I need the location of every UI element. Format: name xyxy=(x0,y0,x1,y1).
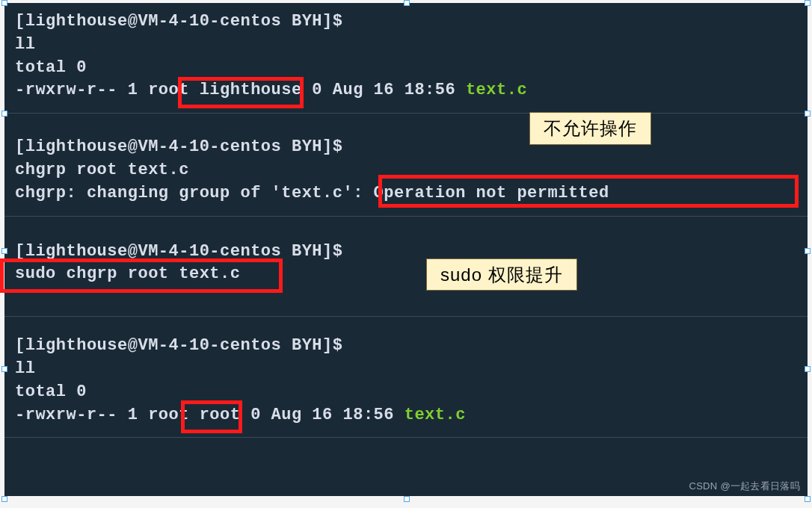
resize-handle[interactable] xyxy=(805,496,811,502)
resize-handle[interactable] xyxy=(805,0,811,6)
ls-filename: text.c xyxy=(405,406,466,424)
ls-mid: 0 Aug 16 18:56 xyxy=(240,406,404,424)
command-line: ll xyxy=(15,358,797,381)
ls-prefix: -rwxrw-r-- 1 root xyxy=(15,81,200,99)
output-total: total 0 xyxy=(15,381,797,404)
resize-handle[interactable] xyxy=(404,496,410,502)
terminal-panel-1: [lighthouse@VM-4-10-centos BYH]$ ll tota… xyxy=(4,3,808,114)
output-total: total 0 xyxy=(15,57,797,80)
command-line: ll xyxy=(15,34,797,57)
ls-group: root xyxy=(200,406,241,424)
resize-handle[interactable] xyxy=(1,111,7,117)
ls-group: lighthouse xyxy=(200,81,302,99)
command-line: sudo chgrp root text.c xyxy=(15,263,797,286)
resize-handle[interactable] xyxy=(1,496,7,502)
terminal-panel-3: [lighthouse@VM-4-10-centos BYH]$ sudo ch… xyxy=(4,217,808,318)
terminal-window: [lighthouse@VM-4-10-centos BYH]$ ll tota… xyxy=(4,3,808,496)
prompt-line: [lighthouse@VM-4-10-centos BYH]$ xyxy=(15,136,797,159)
output-ls: -rwxrw-r-- 1 root root 0 Aug 16 18:56 te… xyxy=(15,404,797,427)
resize-handle[interactable] xyxy=(1,0,7,6)
ls-mid: 0 Aug 16 18:56 xyxy=(302,81,466,99)
resize-handle[interactable] xyxy=(805,111,811,117)
output-ls: -rwxrw-r-- 1 root lighthouse 0 Aug 16 18… xyxy=(15,79,797,102)
resize-handle[interactable] xyxy=(404,0,410,6)
error-prefix: chgrp: changing group of 'text.c': xyxy=(15,184,374,202)
ls-filename: text.c xyxy=(466,81,527,99)
prompt-line: [lighthouse@VM-4-10-centos BYH]$ xyxy=(15,10,797,34)
resize-handle[interactable] xyxy=(805,366,811,372)
resize-handle[interactable] xyxy=(805,248,811,254)
annotation-sudo-elevate: sudo 权限提升 xyxy=(426,258,577,291)
ls-prefix: -rwxrw-r-- 1 root xyxy=(15,406,200,424)
output-error: chgrp: changing group of 'text.c': Opera… xyxy=(15,182,797,205)
terminal-panel-4: [lighthouse@VM-4-10-centos BYH]$ ll tota… xyxy=(4,317,808,438)
prompt-line: [lighthouse@VM-4-10-centos BYH]$ xyxy=(15,335,797,358)
annotation-not-permitted: 不允许操作 xyxy=(529,112,651,145)
terminal-panel-2: [lighthouse@VM-4-10-centos BYH]$ chgrp r… xyxy=(4,114,808,216)
resize-handle[interactable] xyxy=(1,366,7,372)
prompt-line: [lighthouse@VM-4-10-centos BYH]$ xyxy=(15,241,797,264)
watermark-text: CSDN @一起去看日落吗 xyxy=(689,480,800,493)
error-message: Operation not permitted xyxy=(374,184,609,202)
resize-handle[interactable] xyxy=(1,248,7,254)
command-line: chgrp root text.c xyxy=(15,159,797,182)
